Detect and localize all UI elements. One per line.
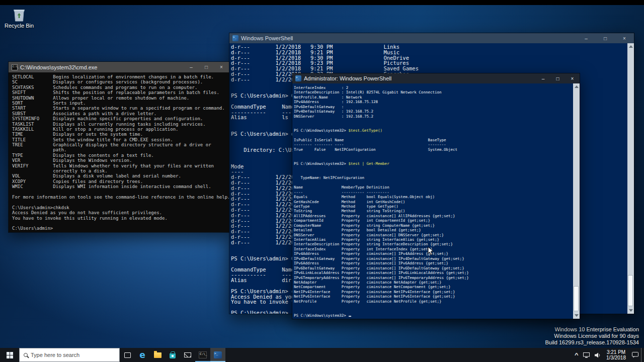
clock-time: 3:21 PM — [607, 349, 625, 355]
edge-icon: e — [139, 351, 145, 359]
network-tray-button[interactable] — [581, 348, 592, 362]
admin-powershell-scrollbar[interactable] — [573, 83, 580, 319]
console-line — [294, 152, 580, 156]
console-line: NetProfile Property ciminstance NetProfi… — [294, 299, 580, 304]
console-line: PS C:\Windows\system32> $test.GetType() — [294, 128, 580, 133]
taskbar-cmd-button[interactable]: C:\_ — [195, 348, 210, 362]
console-line: IsPublic IsSerial Name BaseType — [294, 138, 580, 142]
console-line: C:\Users\admin> — [12, 226, 229, 231]
console-line: ComputerName Property string ComputerNam… — [294, 223, 580, 228]
taskbar-powershell-button[interactable]: >_ — [210, 348, 225, 362]
cmd-console[interactable]: SETLOCAL Begins localization of environm… — [9, 72, 229, 232]
license-line-2: Windows License valid for 90 days — [545, 333, 639, 339]
console-line: SETLOCAL Begins localization of environm… — [12, 74, 229, 79]
taskbar-edge-button[interactable]: e — [135, 348, 150, 362]
console-line: CompartmentId Property int CompartmentId… — [294, 218, 580, 223]
console-line: IPv4DefaultGateway : 192.168.75.2 — [294, 109, 580, 114]
console-line: IPv6LinkLocalAddress Property ciminstanc… — [294, 270, 580, 275]
console-line: Access Denied as you do not have suffici… — [12, 210, 229, 215]
console-line — [294, 180, 580, 185]
console-line: TASKKILL Kill or stop a running process … — [12, 127, 229, 132]
start-button[interactable] — [0, 348, 19, 362]
admin-powershell-titlebar[interactable]: >_ Administrator: Windows PowerShell – □… — [292, 73, 580, 83]
taskbar-store-button[interactable] — [165, 348, 180, 362]
console-line — [12, 200, 229, 205]
console-line: ToString Method string ToString() — [294, 209, 580, 213]
console-line: DNSServer Property ciminstance[] DNSServ… — [294, 233, 580, 237]
console-line — [294, 304, 580, 308]
console-line: InterfaceDescription : Intel(R) 82574L G… — [294, 90, 580, 95]
action-center-icon — [632, 352, 638, 358]
windows-logo-icon — [7, 352, 13, 358]
taskbar-clock[interactable]: 3:21 PM 1/3/2018 — [603, 348, 629, 362]
scroll-thumb[interactable] — [628, 275, 633, 306]
cmd-titlebar[interactable]: C:\_ C:\Windows\system32\cmd.exe – □ × — [9, 62, 229, 72]
close-button[interactable]: × — [565, 73, 580, 83]
maximize-button[interactable]: □ — [596, 33, 615, 43]
close-button[interactable]: × — [615, 33, 634, 43]
console-line: For more information on tools see the co… — [12, 195, 229, 200]
clock-date: 1/3/2018 — [606, 355, 626, 360]
cmd-icon: C:\_ — [199, 351, 207, 358]
action-center-button[interactable] — [629, 348, 641, 362]
console-line: Equals Method bool Equals(System.Object … — [294, 195, 580, 199]
cmd-window: C:\_ C:\Windows\system32\cmd.exe – □ × S… — [8, 61, 229, 233]
console-line: NetIPv6Interface Property ciminstance Ne… — [294, 294, 580, 299]
taskbar-mail-button[interactable] — [180, 348, 195, 362]
minimize-button[interactable]: – — [184, 62, 199, 72]
console-line — [12, 190, 229, 195]
text-cursor — [349, 316, 351, 317]
console-line: AllIPAddresses Property ciminstance[] Al… — [294, 214, 580, 218]
console-line: d-r--- 1/2/2018 9:21 PM Music — [231, 50, 634, 55]
powershell-window-title: Windows PowerShell — [241, 35, 293, 41]
powershell-icon: >_ — [214, 351, 222, 358]
cmd-window-title: C:\Windows\system32\cmd.exe — [20, 64, 97, 70]
scroll-up-icon[interactable] — [629, 45, 633, 48]
console-line: InterfaceIndex : 2 — [294, 85, 580, 90]
maximize-button[interactable]: □ — [550, 73, 565, 83]
volume-tray-button[interactable] — [592, 348, 603, 362]
recycle-bin-icon — [12, 7, 26, 22]
task-view-button[interactable] — [120, 348, 135, 362]
console-line: IPv6DefaultGateway Property ciminstance[… — [294, 266, 580, 270]
console-line: TASKLIST Displays all currently running … — [12, 122, 229, 127]
console-line: IPv4Address : 192.168.75.128 — [294, 100, 580, 104]
tray-overflow-button[interactable]: ^ — [572, 348, 582, 362]
scroll-down-icon[interactable] — [629, 309, 633, 312]
powershell-window-icon: >_ — [232, 35, 238, 41]
powershell-titlebar[interactable]: >_ Windows PowerShell – □ × — [229, 33, 634, 43]
recycle-bin[interactable]: Recycle Bin — [3, 7, 35, 29]
console-line: You have to invoke this utility running … — [12, 216, 229, 221]
scroll-down-icon[interactable] — [575, 314, 579, 317]
admin-powershell-window: >_ Administrator: Windows PowerShell – □… — [292, 73, 580, 319]
admin-powershell-console[interactable]: InterfaceIndex : 2InterfaceDescription :… — [292, 83, 580, 319]
show-desktop-button[interactable] — [641, 348, 644, 362]
minimize-button[interactable]: – — [577, 33, 596, 43]
taskbar-spacer — [225, 348, 573, 362]
console-line: IPv4Address Property ciminstance[] IPv4A… — [294, 251, 580, 256]
console-line: Detailed Property bool Detailed {get;set… — [294, 228, 580, 232]
console-line: SCHTASKS Schedules commands and programs… — [12, 85, 229, 90]
console-line: VOL Displays a disk volume label and ser… — [12, 173, 229, 178]
taskbar: e C:\_ >_ ^ — [0, 348, 644, 362]
network-icon — [583, 352, 590, 358]
search-input[interactable] — [31, 352, 106, 358]
scroll-up-icon[interactable] — [575, 85, 579, 88]
close-button[interactable]: × — [214, 62, 229, 72]
console-line: VERIFY Tells Windows whether to verify t… — [12, 163, 229, 168]
console-line: TIME Displays or sets the system time. — [12, 132, 229, 137]
console-line: TYPE Displays the contents of a text fil… — [12, 153, 229, 158]
powershell-scrollbar[interactable] — [627, 43, 634, 314]
mail-icon — [184, 352, 191, 357]
console-line: InterfaceDescription Property string Int… — [294, 242, 580, 246]
console-line: START Starts a separate window to run a … — [12, 106, 229, 111]
minimize-button[interactable]: – — [536, 73, 550, 83]
taskbar-file-explorer-button[interactable] — [150, 348, 165, 362]
maximize-button[interactable]: □ — [199, 62, 214, 72]
console-line — [294, 309, 580, 313]
cmd-window-icon: C:\_ — [12, 64, 18, 70]
store-icon — [170, 353, 176, 358]
scroll-thumb[interactable] — [574, 286, 579, 311]
console-line: SHIFT Shifts the position of replaceable… — [12, 90, 229, 95]
taskbar-search[interactable] — [19, 348, 120, 362]
